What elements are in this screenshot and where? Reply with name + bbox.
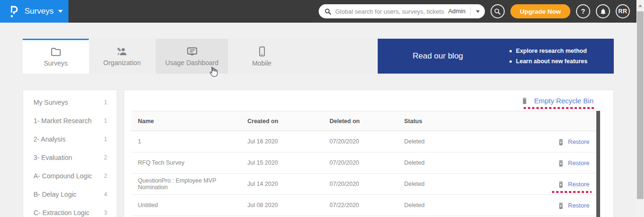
person-add-icon bbox=[116, 47, 128, 56]
tab-mobile-label: Mobile bbox=[252, 60, 271, 67]
sidebar-item-label: My Surveys bbox=[34, 99, 68, 106]
dashboard-list-icon bbox=[186, 47, 198, 56]
bullet-dot-icon bbox=[509, 60, 512, 63]
sidebar-item-compound-logic[interactable]: A- Compound Logic 2 bbox=[23, 167, 117, 185]
global-search: Admin bbox=[319, 4, 485, 18]
tab-strip-filler bbox=[295, 39, 378, 74]
cell-name: RFQ Tech Survey bbox=[138, 159, 247, 166]
sidebar-item-label: 2- Analysis bbox=[34, 135, 66, 143]
chevron-down-icon bbox=[58, 10, 63, 13]
restore-button[interactable]: Restore bbox=[558, 159, 596, 167]
search-button[interactable] bbox=[491, 4, 505, 18]
cell-created-on: Jul 08 2020 bbox=[247, 202, 330, 209]
sidebar-item-count: 1 bbox=[104, 136, 107, 142]
product-switcher[interactable]: Surveys bbox=[25, 7, 63, 16]
sidebar-item-label: B- Delay Logic bbox=[34, 191, 76, 198]
restore-button[interactable]: Restore bbox=[558, 138, 596, 145]
restore-label: Restore bbox=[568, 138, 590, 145]
column-header-name: Name bbox=[138, 118, 247, 125]
scroll-up-arrow-icon[interactable] bbox=[638, 4, 642, 7]
product-switcher-label: Surveys bbox=[25, 7, 53, 16]
tab-strip: Surveys Organization Usage Dashboard Mob… bbox=[23, 39, 614, 74]
tab-organization[interactable]: Organization bbox=[89, 39, 155, 74]
column-header-status: Status bbox=[404, 118, 558, 125]
sidebar-item-count: 1 bbox=[104, 99, 107, 106]
notifications-button[interactable] bbox=[596, 4, 610, 18]
sidebar-item-label: C- Extraction Logic bbox=[34, 209, 89, 217]
table-row: 1 Jul 16 2020 07/20/2020 Deleted Restore bbox=[131, 131, 596, 152]
banner-bullet-text: Learn about new features bbox=[516, 58, 587, 65]
cell-name: Untitled bbox=[138, 202, 247, 209]
restore-button[interactable]: Restore bbox=[558, 202, 596, 209]
tab-surveys-label: Surveys bbox=[44, 60, 68, 67]
trash-restore-icon bbox=[558, 202, 564, 209]
annotation-empty-bin-underline bbox=[524, 107, 594, 109]
sidebar-item-label: A- Compound Logic bbox=[34, 172, 92, 180]
blog-promo-banner[interactable]: Read our blog Explore research method Le… bbox=[378, 39, 614, 74]
page-scrollbar[interactable] bbox=[636, 0, 644, 217]
sidebar-item-market-research[interactable]: 1- Market Research 1 bbox=[23, 111, 117, 130]
cell-deleted-on: 07/20/2020 bbox=[330, 159, 404, 166]
table-row: Untitled Jul 08 2020 07/22/2020 Deleted … bbox=[131, 195, 596, 216]
cell-name: 1 bbox=[138, 138, 247, 145]
tab-surveys[interactable]: Surveys bbox=[23, 39, 89, 74]
cell-status: Deleted bbox=[404, 138, 558, 145]
recycle-bin-panel: Empty Recycle Bin Name Created on Delete… bbox=[124, 90, 614, 217]
topbar: Surveys Admin Upgrade Now ? RR bbox=[0, 0, 636, 23]
tab-usage-dashboard-label: Usage Dashboard bbox=[165, 59, 219, 66]
page-scrollbar-thumb[interactable] bbox=[637, 11, 644, 199]
cell-status: Deleted bbox=[404, 159, 558, 166]
cell-deleted-on: 07/20/2020 bbox=[330, 181, 404, 187]
banner-bullet: Explore research method bbox=[509, 48, 587, 54]
cell-created-on: Jul 14 2020 bbox=[247, 181, 330, 187]
cell-deleted-on: 07/20/2020 bbox=[330, 138, 404, 145]
sidebar-item-delay-logic[interactable]: B- Delay Logic 4 bbox=[23, 185, 117, 203]
search-icon bbox=[324, 8, 331, 15]
tab-mobile[interactable]: Mobile bbox=[229, 39, 295, 74]
sidebar-item-analysis[interactable]: 2- Analysis 1 bbox=[23, 130, 117, 148]
column-header-deleted-on: Deleted on bbox=[330, 118, 404, 125]
sidebar-item-count: 1 bbox=[104, 117, 107, 124]
upgrade-now-button[interactable]: Upgrade Now bbox=[510, 4, 570, 18]
deleted-surveys-table: Name Created on Deleted on Status 1 Jul … bbox=[131, 111, 596, 216]
product-logo-box[interactable]: Surveys bbox=[0, 0, 68, 23]
bell-icon bbox=[600, 8, 607, 15]
empty-recycle-bin-button[interactable]: Empty Recycle Bin bbox=[521, 97, 593, 105]
cell-created-on: Jul 15 2020 bbox=[247, 159, 330, 166]
cell-deleted-on: 07/22/2020 bbox=[330, 202, 404, 209]
sidebar-item-count: 3 bbox=[104, 209, 107, 216]
folder-icon bbox=[51, 47, 61, 57]
sidebar-item-count: 4 bbox=[104, 191, 107, 198]
trash-restore-icon bbox=[558, 138, 564, 145]
question-mark-icon: ? bbox=[581, 8, 585, 15]
cell-status: Deleted bbox=[404, 181, 558, 187]
banner-bullet-text: Explore research method bbox=[516, 48, 587, 54]
table-scrollbar[interactable] bbox=[596, 111, 600, 217]
tab-usage-dashboard[interactable]: Usage Dashboard bbox=[155, 39, 229, 74]
restore-button[interactable]: Restore bbox=[558, 181, 596, 188]
sidebar-item-my-surveys[interactable]: My Surveys 1 bbox=[23, 93, 117, 111]
restore-label: Restore bbox=[568, 181, 590, 188]
cell-status: Deleted bbox=[404, 202, 558, 209]
banner-bullet: Learn about new features bbox=[509, 58, 587, 65]
chevron-down-icon bbox=[476, 10, 480, 13]
banner-title: Read our blog bbox=[413, 51, 463, 61]
help-button[interactable]: ? bbox=[576, 4, 590, 18]
global-search-input[interactable] bbox=[335, 8, 445, 15]
tab-organization-label: Organization bbox=[103, 59, 141, 66]
user-avatar[interactable]: RR bbox=[616, 4, 630, 18]
sidebar-item-count: 2 bbox=[104, 173, 107, 179]
folders-sidebar: My Surveys 1 1- Market Research 1 2- Ana… bbox=[23, 90, 117, 217]
search-scope-dropdown[interactable] bbox=[471, 10, 485, 13]
sidebar-item-extraction-logic[interactable]: C- Extraction Logic 3 bbox=[23, 203, 117, 217]
table-header-row: Name Created on Deleted on Status bbox=[131, 111, 596, 131]
trash-restore-icon bbox=[558, 159, 564, 167]
smartphone-icon bbox=[259, 46, 265, 57]
sidebar-item-label: 3- Evaluation bbox=[34, 154, 72, 161]
banner-bullet-list: Explore research method Learn about new … bbox=[509, 48, 587, 65]
trash-icon bbox=[521, 97, 528, 104]
sidebar-item-count: 2 bbox=[104, 154, 107, 161]
sidebar-item-label: 1- Market Research bbox=[34, 117, 92, 125]
cell-created-on: Jul 16 2020 bbox=[247, 138, 330, 145]
sidebar-item-evaluation[interactable]: 3- Evaluation 2 bbox=[23, 148, 117, 167]
